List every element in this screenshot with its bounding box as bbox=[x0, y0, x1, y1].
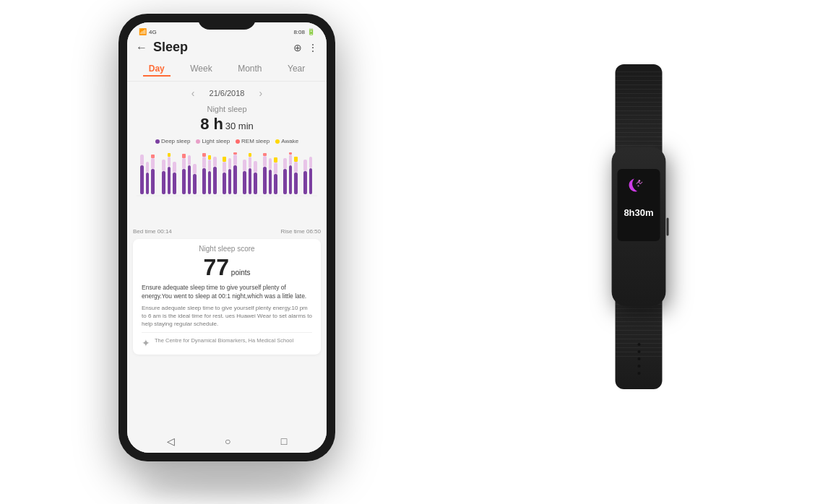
status-right: 8:08 🔋 bbox=[293, 28, 315, 35]
bed-time-label: Bed time 00:14 bbox=[133, 228, 172, 235]
scene: 📶 4G 8:08 🔋 ← Sleep ⊕ ⋮ Day bbox=[82, 6, 733, 498]
legend-awake: Awake bbox=[275, 138, 298, 144]
phone-screen: 📶 4G 8:08 🔋 ← Sleep ⊕ ⋮ Day bbox=[127, 22, 327, 453]
svg-rect-45 bbox=[263, 156, 267, 167]
svg-rect-40 bbox=[249, 157, 251, 168]
legend-rem-sleep: REM sleep bbox=[236, 138, 269, 144]
app-bar-icons: ⊕ ⋮ bbox=[293, 42, 318, 53]
light-sleep-dot bbox=[196, 139, 200, 144]
phone: 📶 4G 8:08 🔋 ← Sleep ⊕ ⋮ Day bbox=[118, 14, 335, 461]
svg-rect-59 bbox=[294, 157, 298, 162]
bottom-nav: ◁ ○ □ bbox=[127, 430, 327, 453]
svg-rect-5 bbox=[151, 158, 155, 169]
svg-rect-33 bbox=[228, 158, 231, 169]
rem-sleep-label: REM sleep bbox=[241, 138, 269, 144]
score-unit: points bbox=[231, 269, 251, 277]
strap-holes bbox=[637, 343, 640, 375]
band-time-display: 8h30m bbox=[624, 207, 653, 218]
svg-rect-42 bbox=[254, 173, 257, 194]
tab-day[interactable]: Day bbox=[143, 62, 171, 77]
svg-rect-12 bbox=[173, 173, 176, 194]
citation-icon: ✦ bbox=[142, 337, 150, 349]
current-date: 21/6/2018 bbox=[210, 89, 245, 97]
svg-rect-55 bbox=[289, 155, 292, 165]
svg-rect-41 bbox=[249, 153, 251, 157]
date-nav: ‹ 21/6/2018 › bbox=[127, 82, 327, 102]
svg-rect-61 bbox=[303, 160, 307, 171]
svg-rect-24 bbox=[208, 171, 211, 194]
svg-rect-16 bbox=[182, 154, 186, 158]
phone-notch bbox=[198, 14, 256, 30]
light-sleep-label: Light sleep bbox=[202, 138, 230, 144]
tabs: Day Week Month Year bbox=[127, 58, 327, 82]
svg-rect-49 bbox=[274, 174, 277, 194]
svg-rect-46 bbox=[263, 153, 267, 156]
tab-month[interactable]: Month bbox=[232, 62, 267, 77]
svg-rect-58 bbox=[294, 162, 298, 173]
score-display: 77 points bbox=[142, 254, 312, 281]
svg-rect-39 bbox=[249, 168, 251, 194]
strap-lines-top bbox=[616, 71, 663, 149]
svg-rect-63 bbox=[309, 157, 312, 168]
tab-year[interactable]: Year bbox=[282, 62, 311, 77]
rise-time-label: Rise time 06:50 bbox=[280, 228, 321, 235]
legend-light-sleep: Light sleep bbox=[196, 138, 230, 144]
svg-rect-28 bbox=[213, 157, 217, 167]
nav-recent[interactable]: □ bbox=[281, 435, 287, 447]
score-secondary-text: Ensure adequate sleep time to give yours… bbox=[142, 304, 312, 329]
svg-rect-23 bbox=[202, 153, 206, 157]
svg-rect-14 bbox=[182, 169, 186, 194]
score-label: Night sleep score bbox=[142, 245, 312, 253]
svg-rect-32 bbox=[228, 169, 231, 194]
svg-rect-27 bbox=[213, 167, 217, 194]
svg-rect-17 bbox=[188, 165, 191, 194]
svg-rect-13 bbox=[173, 162, 176, 173]
more-icon[interactable]: ⋮ bbox=[308, 42, 318, 53]
band-screen-content: 8h30m bbox=[618, 169, 660, 241]
rem-sleep-dot bbox=[236, 139, 240, 144]
band-screen: 8h30m bbox=[618, 169, 660, 241]
back-button[interactable]: ← bbox=[136, 41, 147, 54]
score-number: 77 bbox=[203, 254, 229, 280]
svg-rect-34 bbox=[233, 165, 237, 194]
svg-rect-8 bbox=[162, 160, 165, 171]
svg-rect-30 bbox=[223, 162, 226, 173]
svg-rect-6 bbox=[151, 155, 155, 158]
phone-shadow bbox=[140, 476, 314, 498]
nav-home[interactable]: ○ bbox=[225, 435, 230, 447]
deep-sleep-label: Deep sleep bbox=[161, 138, 190, 144]
svg-rect-20 bbox=[193, 164, 197, 174]
svg-rect-44 bbox=[263, 167, 267, 194]
tab-week[interactable]: Week bbox=[184, 62, 217, 77]
status-time: 8:08 bbox=[293, 29, 305, 35]
sleep-chart bbox=[127, 147, 327, 227]
svg-rect-50 bbox=[274, 162, 277, 174]
citation-text: The Centre for Dynamical Biomarkers, Ha … bbox=[155, 337, 293, 344]
next-date-button[interactable]: › bbox=[259, 87, 262, 99]
svg-rect-4 bbox=[151, 169, 155, 194]
svg-rect-0 bbox=[140, 165, 144, 194]
svg-rect-1 bbox=[140, 155, 144, 165]
sleep-time-display: 8 h 30 min bbox=[127, 115, 327, 134]
nav-back[interactable]: ◁ bbox=[167, 435, 175, 447]
legend-deep-sleep: Deep sleep bbox=[155, 138, 190, 144]
svg-rect-19 bbox=[193, 174, 197, 194]
svg-rect-43 bbox=[254, 161, 257, 173]
score-primary-text: Ensure adequate sleep time to give yours… bbox=[142, 284, 312, 301]
score-section: Night sleep score 77 points Ensure adequ… bbox=[133, 239, 321, 355]
citation: ✦ The Centre for Dynamical Biomarkers, H… bbox=[142, 332, 312, 349]
svg-rect-11 bbox=[168, 153, 171, 157]
svg-rect-51 bbox=[274, 157, 277, 162]
svg-rect-62 bbox=[309, 168, 312, 194]
svg-rect-22 bbox=[202, 157, 206, 168]
app-bar: ← Sleep ⊕ ⋮ bbox=[127, 37, 327, 58]
svg-rect-9 bbox=[168, 167, 171, 194]
svg-point-65 bbox=[639, 180, 641, 182]
svg-rect-31 bbox=[223, 157, 226, 162]
prev-date-button[interactable]: ‹ bbox=[191, 87, 195, 99]
sleep-icon[interactable]: ⊕ bbox=[293, 42, 302, 53]
signal-text: 📶 bbox=[139, 28, 147, 35]
svg-rect-21 bbox=[202, 168, 206, 194]
svg-rect-25 bbox=[208, 160, 211, 171]
band-button[interactable] bbox=[667, 218, 669, 236]
